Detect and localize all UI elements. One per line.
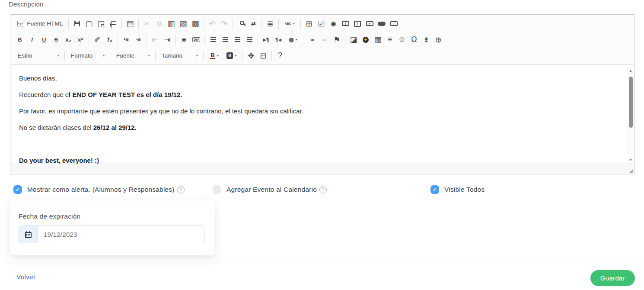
replace-button[interactable]: ⇄ xyxy=(248,18,259,29)
superscript-button[interactable]: x² xyxy=(75,34,86,45)
source-button[interactable]: </>Fuente HTML xyxy=(14,18,66,29)
subscript-button[interactable]: x₂ xyxy=(63,34,74,45)
copy-button[interactable]: ⧉ xyxy=(153,18,165,29)
link-button[interactable]: ∞ xyxy=(307,34,318,45)
outdent-button[interactable]: ⇤ xyxy=(150,34,161,45)
scroll-up-icon[interactable]: ▲ xyxy=(627,67,634,74)
editor-content[interactable]: Buenos días, Recuerden que el END OF YEA… xyxy=(10,66,634,164)
format-dropdown[interactable]: Formato▾ xyxy=(67,50,108,61)
undo-button[interactable]: ↶ xyxy=(207,18,218,29)
horizontal-rule-button[interactable]: ≡ xyxy=(384,34,395,45)
paste-as-text-button[interactable]: ▧ xyxy=(178,18,189,29)
option-visible-all: ✓ Visible Todos xyxy=(430,185,485,194)
page-break-button[interactable]: ⇟ xyxy=(421,34,432,45)
back-link[interactable]: Volver xyxy=(16,273,35,281)
redo-button[interactable]: ↷ xyxy=(219,18,230,29)
show-as-alert-checkbox[interactable]: ✓ xyxy=(13,185,22,194)
spell-check-icon: ABC xyxy=(285,22,291,25)
preview-button[interactable]: ◲ xyxy=(96,18,107,29)
option-add-event-to-calendar: Agregar Evento al Calendario ? xyxy=(213,185,327,194)
underline-button[interactable]: U xyxy=(38,34,50,45)
print-icon xyxy=(110,23,116,26)
align-left-button[interactable] xyxy=(207,34,219,45)
select-field-icon: ▾ xyxy=(366,21,373,26)
print-button[interactable] xyxy=(108,18,119,29)
font-dropdown[interactable]: Fuente▾ xyxy=(112,50,153,61)
paste-from-word-button[interactable]: ▩ xyxy=(190,18,201,29)
language-button[interactable]: ◍▾ xyxy=(285,34,301,45)
anchor-icon-button[interactable]: ⚑ xyxy=(331,34,342,45)
show-blocks-button[interactable]: ⊟ xyxy=(258,50,269,61)
select-field-button[interactable]: ▾ xyxy=(364,18,375,29)
smiley-button[interactable]: ☺ xyxy=(396,34,408,45)
bulleted-list-button[interactable]: ∙≡ xyxy=(133,34,144,45)
paste-button[interactable]: ▥ xyxy=(166,18,177,29)
italic-button[interactable]: I xyxy=(26,34,38,45)
chevron-down-icon: ▾ xyxy=(217,54,219,58)
align-right-button[interactable] xyxy=(232,34,243,45)
iframe-button[interactable]: ⊕ xyxy=(433,34,444,45)
chevron-down-icon: ▾ xyxy=(148,54,150,58)
expiration-date-input[interactable] xyxy=(38,226,204,243)
editor-paragraph: Por favor, es importante que estén prese… xyxy=(19,106,617,116)
radio-field-button[interactable]: ◉ xyxy=(328,18,339,29)
text-color-button[interactable]: B▾ xyxy=(206,50,223,61)
bold-button[interactable]: B xyxy=(14,34,26,45)
new-page-button[interactable]: ▢ xyxy=(83,18,95,29)
help-circle-icon[interactable]: ? xyxy=(177,186,185,193)
help-button[interactable]: ? xyxy=(274,50,286,61)
align-center-button[interactable] xyxy=(220,34,231,45)
background-color-button[interactable]: B▾ xyxy=(223,50,240,61)
search-icon xyxy=(240,21,244,25)
resize-handle-icon[interactable]: ◢ xyxy=(629,168,633,174)
style-dropdown[interactable]: Estilo▾ xyxy=(14,50,62,61)
image-button[interactable]: ◪ xyxy=(348,34,359,45)
button-field-button[interactable] xyxy=(376,18,387,29)
select-all-button[interactable]: ≣ xyxy=(265,18,276,29)
toolbar-separator xyxy=(242,51,243,61)
unlink-button[interactable]: ∞ xyxy=(319,34,330,45)
toolbar-separator xyxy=(89,35,89,45)
visible-all-checkbox[interactable]: ✓ xyxy=(430,185,439,194)
datepicker-addon[interactable] xyxy=(19,226,38,243)
size-dropdown[interactable]: Tamaño▾ xyxy=(158,50,201,61)
bidi-rtl-button[interactable]: ¶◂ xyxy=(273,34,284,45)
add-event-checkbox[interactable] xyxy=(213,185,221,194)
save-button[interactable] xyxy=(71,18,83,29)
bidi-ltr-button[interactable]: ▸¶ xyxy=(261,34,272,45)
expiration-card: Fecha de expiración xyxy=(10,200,215,255)
scroll-down-icon[interactable]: ▼ xyxy=(627,156,634,163)
textarea-button[interactable]: I xyxy=(352,18,363,29)
find-button[interactable] xyxy=(236,18,247,29)
templates-button[interactable]: ▤ xyxy=(124,18,136,29)
maximize-button[interactable]: ✥ xyxy=(245,50,257,61)
toolbar-separator xyxy=(68,19,69,29)
numbered-list-button[interactable]: ¹≡ xyxy=(121,34,132,45)
special-character-button[interactable]: Ω xyxy=(408,34,420,45)
hidden-field-button[interactable]: ∕ xyxy=(388,18,399,29)
editor-scrollbar[interactable]: ▲ ▼ xyxy=(627,66,634,164)
text-field-button[interactable]: I xyxy=(340,18,351,29)
expiration-input-group xyxy=(19,226,204,243)
copy-formatting-button[interactable]: ✐ xyxy=(92,34,103,45)
help-circle-icon[interactable]: ? xyxy=(319,186,327,193)
toolbar-separator xyxy=(175,35,176,45)
spell-check-button[interactable]: ABC▾ xyxy=(281,18,298,29)
strikethrough-button[interactable]: S xyxy=(51,34,62,45)
remove-format-button[interactable]: Tₓ xyxy=(104,34,115,45)
indent-button[interactable]: ⇥ xyxy=(162,34,173,45)
flash-button[interactable]: ⚡ xyxy=(360,34,371,45)
save-button[interactable]: Guardar xyxy=(590,270,635,286)
checkbox-field-button[interactable]: ☑ xyxy=(316,18,327,29)
blockquote-button[interactable]: ❞ xyxy=(179,34,190,45)
justify-button[interactable] xyxy=(244,34,255,45)
chevron-down-icon: ▾ xyxy=(296,38,297,42)
scrollbar-thumb[interactable] xyxy=(629,77,633,128)
div-container-button[interactable]: DIV xyxy=(191,34,202,45)
chevron-down-icon: ▾ xyxy=(196,54,198,58)
table-button[interactable]: ▦ xyxy=(372,34,383,45)
form-button[interactable]: ⊞ xyxy=(303,18,315,29)
cut-button[interactable]: ✂ xyxy=(141,18,153,29)
toolbar-separator xyxy=(118,35,118,45)
editor-paragraph: Buenos días, xyxy=(19,73,617,84)
